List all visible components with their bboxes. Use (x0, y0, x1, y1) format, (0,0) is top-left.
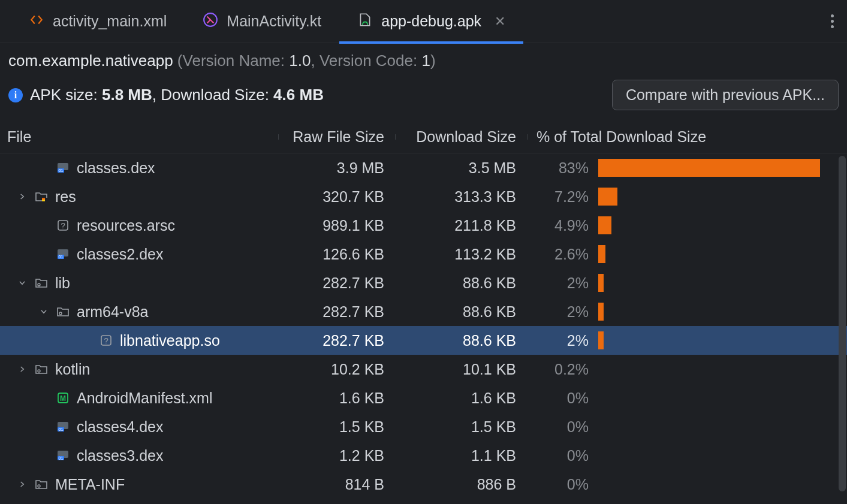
manifest-icon: M (55, 390, 71, 406)
file-name: libnativeapp.so (120, 332, 220, 349)
tab-app-debug-apk[interactable]: app-debug.apk ✕ (339, 0, 523, 43)
file-name: AndroidManifest.xml (77, 390, 212, 407)
raw-size: 10.2 KB (278, 361, 395, 378)
download-size: 1.1 KB (395, 447, 527, 464)
apk-icon (357, 12, 373, 31)
tab-main-activity-kt[interactable]: MainActivity.kt (185, 0, 339, 43)
pct-value: 2% (527, 332, 596, 349)
pct-bar (596, 188, 845, 206)
size-header: i APK size: 5.8 MB, Download Size: 4.6 M… (0, 74, 847, 121)
download-size-label: Download Size: (161, 86, 269, 104)
expand-chevron-icon[interactable] (17, 480, 28, 488)
download-size-value: 4.6 MB (273, 86, 324, 104)
raw-size: 989.1 KB (278, 217, 395, 234)
table-row[interactable]: 01classes4.dex1.5 KB1.5 KB0% (0, 412, 847, 441)
download-size: 113.2 KB (395, 246, 527, 263)
package-header: com.example.nativeapp (Version Name: 1.0… (0, 43, 847, 74)
compare-apk-button[interactable]: Compare with previous APK... (612, 80, 839, 110)
version-name-label: Version Name: (183, 52, 285, 70)
download-size: 3.5 MB (395, 159, 527, 177)
table-header: File Raw File Size Download Size % of To… (0, 121, 847, 153)
pct-bar (596, 245, 845, 263)
dex-icon: 01 (55, 160, 71, 176)
table-row[interactable]: res320.7 KB313.3 KB7.2% (0, 182, 847, 211)
expand-chevron-icon[interactable] (38, 307, 49, 316)
dex-icon: 01 (55, 419, 71, 434)
file-name: resources.arsc (77, 217, 175, 234)
file-table[interactable]: 01classes.dex3.9 MB3.5 MB83%res320.7 KB3… (0, 153, 847, 504)
raw-size: 3.9 MB (278, 159, 395, 177)
tab-activity-main-xml[interactable]: activity_main.xml (11, 0, 185, 43)
editor-tabbar: activity_main.xml MainActivity.kt app-de… (0, 0, 847, 43)
pct-value: 0% (527, 390, 596, 407)
close-icon[interactable]: ✕ (495, 14, 505, 29)
svg-rect-8 (42, 200, 45, 201)
column-file[interactable]: File (2, 128, 278, 146)
pct-value: 4.9% (527, 217, 596, 234)
expand-chevron-icon[interactable] (17, 279, 28, 287)
folder-icon (55, 304, 71, 319)
download-size: 88.6 KB (395, 274, 527, 292)
more-options-button[interactable] (817, 0, 847, 43)
download-size: 88.6 KB (395, 332, 527, 349)
scrollbar[interactable] (839, 156, 846, 491)
raw-size: 1.6 KB (278, 390, 395, 407)
table-row[interactable]: 01classes3.dex1.2 KB1.1 KB0% (0, 441, 847, 470)
table-row[interactable]: arm64-v8a282.7 KB88.6 KB2% (0, 297, 847, 326)
download-size: 1.6 KB (395, 390, 527, 407)
table-row[interactable]: ?libnativeapp.so282.7 KB88.6 KB2% (0, 326, 847, 355)
pct-value: 7.2% (527, 188, 596, 206)
file-name: arm64-v8a (77, 303, 149, 321)
column-pct[interactable]: % of Total Download Size (527, 128, 845, 146)
svg-text:01: 01 (59, 168, 64, 173)
version-code-value: 1 (421, 52, 430, 70)
file-name: META-INF (55, 476, 125, 493)
table-row[interactable]: META-INF814 B886 B0% (0, 470, 847, 499)
svg-text:01: 01 (59, 427, 64, 431)
svg-point-15 (59, 312, 62, 315)
raw-size: 1.2 KB (278, 447, 395, 464)
svg-rect-7 (42, 198, 45, 200)
svg-text:?: ? (104, 336, 108, 345)
version-name-value: 1.0 (289, 52, 311, 70)
tab-label: activity_main.xml (53, 13, 167, 30)
pct-value: 0% (527, 447, 596, 464)
apk-size-value: 5.8 MB (102, 86, 152, 104)
file-name: classes3.dex (77, 447, 164, 464)
table-row[interactable]: MAndroidManifest.xml1.6 KB1.6 KB0% (0, 384, 847, 412)
pct-bar (596, 274, 845, 292)
table-row[interactable]: 01classes2.dex126.6 KB113.2 KB2.6% (0, 240, 847, 268)
raw-size: 282.7 KB (278, 332, 395, 349)
expand-chevron-icon[interactable] (17, 192, 28, 201)
folder-icon (34, 361, 49, 377)
table-row[interactable]: kotlin10.2 KB10.1 KB0.2% (0, 355, 847, 384)
tab-label: app-debug.apk (381, 13, 481, 30)
pct-bar (596, 216, 845, 234)
pct-bar (596, 331, 845, 349)
xml-icon (29, 12, 44, 31)
tab-label: MainActivity.kt (227, 13, 321, 30)
expand-chevron-icon[interactable] (17, 365, 28, 373)
column-raw-size[interactable]: Raw File Size (278, 128, 395, 146)
pct-bar (596, 159, 845, 177)
table-row[interactable]: ?resources.arsc989.1 KB211.8 KB4.9% (0, 211, 847, 240)
table-row[interactable]: 01classes.dex3.9 MB3.5 MB83% (0, 153, 847, 182)
unknown-icon: ? (55, 218, 71, 233)
pct-value: 0% (527, 476, 596, 493)
pct-value: 2% (527, 274, 596, 292)
pct-bar (596, 303, 845, 321)
raw-size: 282.7 KB (278, 303, 395, 321)
pct-value: 83% (527, 159, 596, 177)
pct-value: 0.2% (527, 361, 596, 378)
kotlin-icon (203, 12, 218, 31)
raw-size: 282.7 KB (278, 274, 395, 292)
column-download-size[interactable]: Download Size (395, 128, 527, 146)
svg-text:01: 01 (59, 456, 64, 460)
download-size: 211.8 KB (395, 217, 527, 234)
raw-size: 1.5 KB (278, 418, 395, 436)
version-code-label: Version Code: (319, 52, 417, 70)
folder-r-icon (34, 189, 49, 204)
raw-size: 126.6 KB (278, 246, 395, 263)
table-row[interactable]: lib282.7 KB88.6 KB2% (0, 268, 847, 297)
raw-size: 814 B (278, 476, 395, 493)
